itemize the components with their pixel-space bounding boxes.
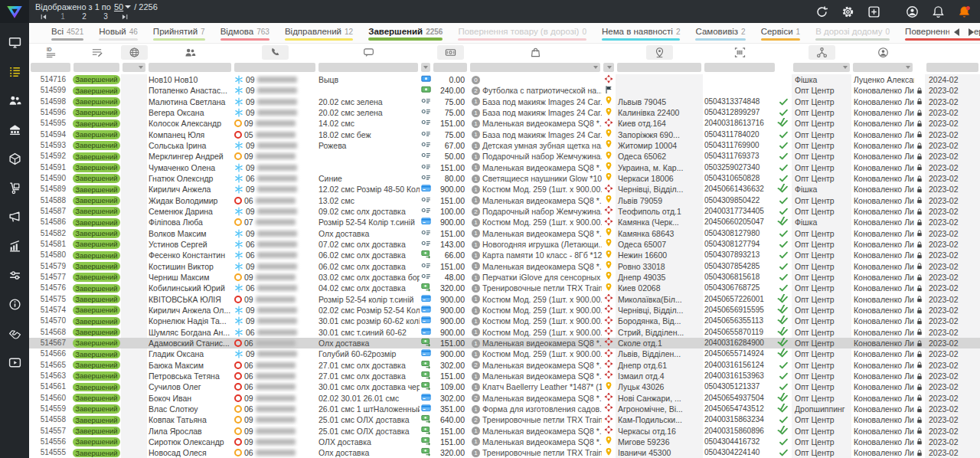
tab-6[interactable]: Завершений2256	[361, 23, 449, 41]
order-row-514557[interactable]: 514557ЗавершенийЛила Ярослав0925.01 смс …	[29, 426, 980, 437]
page-number-3[interactable]: 3	[95, 12, 116, 21]
filter-input-flag[interactable]	[122, 63, 145, 72]
order-row-514558[interactable]: 514558ЗавершенийКовпак Татьяна0925.01 см…	[29, 414, 980, 425]
tabs-scroll-left-icon[interactable]	[954, 28, 959, 36]
phone-icon[interactable]	[262, 45, 289, 60]
channel-icon[interactable]	[808, 45, 835, 60]
page-number-2[interactable]: 2	[74, 12, 95, 21]
sidebar-item-statistics-chart[interactable]	[0, 231, 29, 260]
filter-input-pay[interactable]	[421, 63, 430, 72]
order-row-514574[interactable]: 514574ЗавершенийКирилич Анжела Ол...0902…	[29, 305, 980, 316]
comment-icon[interactable]	[355, 45, 382, 60]
bag-icon[interactable]	[522, 45, 549, 60]
page-number-1[interactable]: 1	[52, 12, 74, 21]
tab-9[interactable]: Самовивіз2	[688, 23, 752, 41]
order-row-514590[interactable]: 514590ЗавершенийГнатюк Олексндр06Синие80…	[29, 173, 980, 184]
order-row-514556[interactable]: 514556ЗавершенийСиротюк Олександр09ОЛХ д…	[29, 437, 980, 447]
sidebar-item-clients[interactable]	[0, 86, 29, 115]
order-row-514581[interactable]: 514581ЗавершенийУстинов Сергей0607.02 см…	[29, 239, 980, 250]
order-row-514592[interactable]: 514592ЗавершенийМерклингер Андрей0950.00…	[29, 151, 980, 162]
order-row-514586[interactable]: 514586ЗавершенийФіліпова Люба07Розмір 52…	[29, 217, 980, 227]
sidebar-item-procurement-trolley[interactable]	[0, 173, 29, 202]
sidebar-item-info[interactable]	[0, 290, 29, 319]
order-row-514567[interactable]: 514567ЗавершенийАдамовский Станис...06Ол…	[29, 338, 980, 348]
sidebar-item-products-box[interactable]	[0, 144, 29, 173]
order-row-514716[interactable]: 514716ЗавершенийНов10 Нов1009Выцв0.000Фі…	[29, 74, 980, 85]
location-icon[interactable]	[646, 45, 673, 60]
order-row-514593[interactable]: 514593ЗавершенийСольська Ірина09Рожева67…	[29, 140, 980, 151]
order-row-514598[interactable]: 514598ЗавершенийМалютина Светлана0920.02…	[29, 97, 980, 107]
refresh-icon[interactable]	[815, 5, 828, 18]
filter-input-city[interactable]	[617, 63, 701, 72]
order-row-514565[interactable]: 514565ЗавершенийБаюка Максим0627.01 смс …	[29, 360, 980, 371]
tab-4[interactable]: Відмова763	[214, 23, 276, 41]
filter-input-id[interactable]	[31, 63, 70, 72]
filter-input-status[interactable]	[74, 63, 119, 72]
filter-input-phone[interactable]	[234, 63, 315, 72]
tab-7[interactable]: Повернення товару (в дорозі)0	[451, 23, 593, 41]
sidebar-item-settings-sliders[interactable]	[0, 260, 29, 290]
filter-input-amount[interactable]	[433, 63, 467, 72]
tab-8[interactable]: Нема в наявності2	[595, 23, 687, 41]
app-logo-icon[interactable]	[0, 0, 29, 23]
announcements-bell-icon[interactable]	[958, 5, 971, 18]
order-row-514579[interactable]: 514579ЗавершенийКостишин Виктор0906.02 с…	[29, 261, 980, 272]
tab-10[interactable]: Сервіси1	[754, 23, 808, 41]
manager-icon[interactable]	[870, 45, 897, 60]
page-size-dropdown[interactable]: 50	[114, 2, 131, 11]
order-row-514559[interactable]: 514559ЗавершенийВлас Слотюу0626.01 смс 1…	[29, 404, 980, 414]
order-row-514566[interactable]: 514566ЗавершенийГладик Оксана09Голубий 6…	[29, 348, 980, 359]
account-icon[interactable]	[906, 5, 919, 18]
filter-input-comment[interactable]	[318, 63, 418, 72]
sidebar-item-company[interactable]	[0, 115, 29, 144]
sidebar-item-video-tutorials[interactable]	[0, 348, 29, 377]
filter-input-prod[interactable]	[470, 63, 600, 72]
order-row-514582[interactable]: 514582ЗавершенийВолков Максим09Олх доста…	[29, 228, 980, 239]
order-row-514575[interactable]: 514575ЗавершенийКВІТОВСЬКА ЮЛІЯ09Розмір …	[29, 294, 980, 305]
tab-11[interactable]: В дорозі додому0	[808, 23, 897, 41]
last-page-icon[interactable]	[116, 12, 133, 21]
order-row-514588[interactable]: 514588ЗавершенийЖидак Володимир0613.02 с…	[29, 195, 980, 206]
filter-input-channel[interactable]	[793, 63, 850, 72]
filter-input-manager[interactable]	[853, 63, 913, 72]
order-row-514580[interactable]: 514580ЗавершенийФесенко Константин0606.0…	[29, 250, 980, 260]
order-row-514589[interactable]: 514589ЗавершенийКирилич Анжела0912.02 см…	[29, 184, 980, 195]
gear-icon[interactable]	[841, 5, 854, 18]
order-row-514568[interactable]: 514568ЗавершенийШумляс Богдана Ан...0630…	[29, 327, 980, 338]
order-row-514599[interactable]: 514599ЗавершенийПотапенко Анастас...0924…	[29, 85, 980, 96]
sidebar-item-marketing-megaphone[interactable]	[0, 202, 29, 231]
order-row-514591[interactable]: 514591ЗавершенийЧумаченко Олена09151.001…	[29, 162, 980, 173]
sidebar-item-orders-list[interactable]	[0, 57, 29, 86]
sidebar-item-monitor[interactable]	[0, 28, 29, 57]
order-row-514596[interactable]: 514596ЗавершенийВегера Оксана0920.02 смс…	[29, 107, 980, 118]
tabs-scroll-right-icon[interactable]	[969, 28, 974, 36]
order-row-514563[interactable]: 514563ЗавершенийПетровська Тетяна0627.01…	[29, 371, 980, 381]
globe-icon[interactable]	[121, 45, 148, 60]
tab-1[interactable]: Всі4521	[44, 23, 90, 41]
status-icon[interactable]	[83, 45, 110, 60]
add-order-icon[interactable]	[867, 5, 880, 18]
order-row-514570[interactable]: 514570ЗавершенийКорнелюк Надія Та...0930…	[29, 316, 980, 326]
tab-2[interactable]: Новый46	[92, 23, 145, 41]
filter-input-date[interactable]	[926, 63, 978, 72]
id-icon[interactable]: ID	[38, 45, 64, 60]
order-row-514561[interactable]: 514561ЗавершенийСучилов Олег0630.01 смс …	[29, 381, 980, 392]
order-row-514595[interactable]: 514595ЗавершенийКолосок Александр0914.02…	[29, 118, 980, 129]
order-row-514576[interactable]: 514576ЗавершенийКобилинський Юрий0604.02…	[29, 283, 980, 293]
order-row-514560[interactable]: 514560ЗавершенийБокоч Иван0902.02 30.01 …	[29, 393, 980, 404]
barcode-icon[interactable]	[727, 45, 753, 60]
first-page-icon[interactable]	[35, 12, 52, 21]
order-row-514587[interactable]: 514587ЗавершенийСеменюк Дарина0909.02 см…	[29, 206, 980, 217]
tab-3[interactable]: Прийнятий7	[146, 23, 212, 41]
order-row-514555[interactable]: 514555ЗавершенийНовосад Олеся06Олх доста…	[29, 447, 980, 458]
tab-5[interactable]: Відправлений12	[278, 23, 360, 41]
people-icon[interactable]	[177, 45, 204, 60]
filter-input-name[interactable]	[149, 63, 231, 72]
filter-input-deliv[interactable]	[603, 63, 614, 72]
money-icon[interactable]	[437, 45, 464, 60]
filter-input-ttn[interactable]	[704, 63, 775, 72]
notifications-bell-icon[interactable]	[932, 5, 945, 18]
order-row-514594[interactable]: 514594ЗавершенийКомпанец Юля0518.02 смс …	[29, 129, 980, 140]
sidebar-item-partners-handshake[interactable]	[0, 319, 29, 348]
order-row-514577[interactable]: 514577ЗавершенийЧерниш Максим0903.02 смс…	[29, 272, 980, 283]
